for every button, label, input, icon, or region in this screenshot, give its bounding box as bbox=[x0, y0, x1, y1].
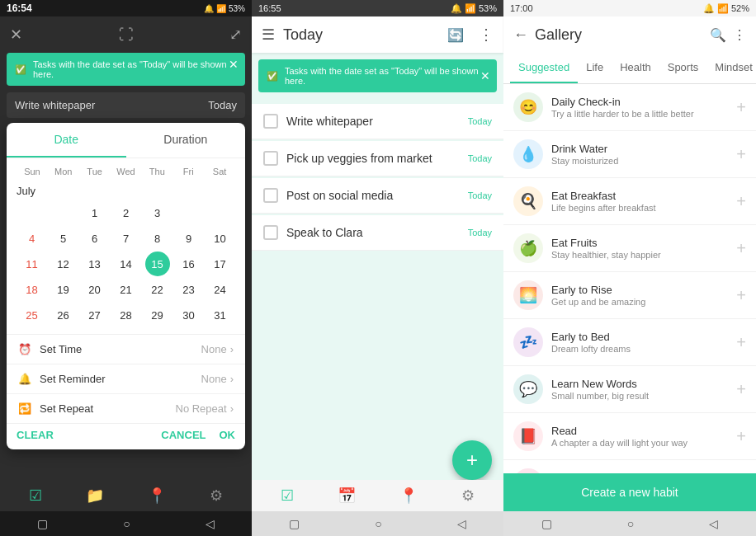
cal-day-empty1 bbox=[20, 200, 45, 225]
cat-tab-suggested[interactable]: Suggested bbox=[510, 53, 578, 83]
cal-day-3[interactable]: 3 bbox=[145, 200, 170, 225]
nav-check-icon[interactable]: ☑ bbox=[29, 487, 42, 505]
fab-add-button[interactable]: + bbox=[452, 440, 492, 480]
cal-day-4[interactable]: 4 bbox=[20, 226, 45, 251]
cal-day-14[interactable]: 14 bbox=[114, 252, 139, 276]
set-time-row[interactable]: ⏰ Set Time None › bbox=[7, 334, 245, 364]
task-checkbox-0[interactable] bbox=[263, 114, 278, 129]
cal-day-13[interactable]: 13 bbox=[83, 252, 107, 276]
habit-add-btn-5[interactable]: + bbox=[736, 333, 746, 352]
cal-day-9[interactable]: 9 bbox=[177, 226, 201, 251]
nav-archive-icon[interactable]: 📁 bbox=[86, 487, 104, 505]
task-name-1: Pick up veggies from market bbox=[286, 152, 460, 165]
habit-add-btn-6[interactable]: + bbox=[736, 380, 746, 399]
tab-duration[interactable]: Duration bbox=[126, 123, 246, 158]
panel3-android-square-icon[interactable]: ▢ bbox=[541, 517, 552, 530]
cal-day-27[interactable]: 27 bbox=[83, 303, 107, 327]
panel3-android-back-icon[interactable]: ◁ bbox=[709, 517, 718, 530]
cal-day-8[interactable]: 8 bbox=[145, 226, 170, 251]
cal-day-29[interactable]: 29 bbox=[145, 303, 170, 327]
cal-day-24[interactable]: 24 bbox=[208, 277, 233, 302]
habit-add-btn-3[interactable]: + bbox=[736, 239, 746, 258]
task-row-0[interactable]: Write whitepaper Today bbox=[252, 104, 503, 139]
habit-add-btn-7[interactable]: + bbox=[736, 427, 746, 446]
cal-day-2[interactable]: 2 bbox=[114, 200, 139, 225]
set-reminder-row[interactable]: 🔔 Set Reminder None › bbox=[7, 364, 245, 393]
more-icon[interactable]: ⋮ bbox=[479, 26, 494, 44]
panel2-nav-calendar-icon[interactable]: 📅 bbox=[338, 487, 356, 505]
create-habit-button[interactable]: Create a new habit bbox=[503, 473, 756, 511]
notification-close-icon[interactable]: ✕ bbox=[229, 58, 239, 71]
back-arrow-icon[interactable]: ← bbox=[513, 26, 528, 44]
clear-button[interactable]: CLEAR bbox=[17, 429, 54, 441]
habit-add-btn-1[interactable]: + bbox=[736, 145, 746, 164]
cal-day-28[interactable]: 28 bbox=[114, 303, 139, 327]
task-row-3[interactable]: Speak to Clara Today bbox=[252, 215, 503, 251]
cal-day-10[interactable]: 10 bbox=[208, 226, 233, 251]
panel2-notif-close-icon[interactable]: ✕ bbox=[480, 69, 490, 82]
habit-add-btn-2[interactable]: + bbox=[736, 192, 746, 211]
cal-day-30[interactable]: 30 bbox=[177, 303, 201, 327]
panel3-android-circle-icon[interactable]: ○ bbox=[627, 517, 634, 530]
hamburger-icon[interactable]: ☰ bbox=[262, 26, 275, 44]
cal-day-7[interactable]: 7 bbox=[114, 226, 139, 251]
cal-day-21[interactable]: 21 bbox=[114, 277, 139, 302]
task-row-2[interactable]: Post on social media Today bbox=[252, 178, 503, 214]
nav-settings-icon[interactable]: ⚙ bbox=[210, 487, 223, 505]
panel2-android-circle-icon[interactable]: ○ bbox=[375, 517, 381, 530]
cat-tab-sports[interactable]: Sports bbox=[659, 53, 707, 83]
close-icon[interactable]: ✕ bbox=[10, 26, 22, 44]
cal-day-22[interactable]: 22 bbox=[145, 277, 170, 302]
android-circle-icon[interactable]: ○ bbox=[123, 517, 130, 530]
fullscreen-icon[interactable]: ⤢ bbox=[229, 26, 242, 44]
panel2-android-back-icon[interactable]: ◁ bbox=[457, 517, 466, 530]
expand-icon[interactable]: ⛶ bbox=[119, 26, 134, 44]
cancel-button[interactable]: CANCEL bbox=[161, 429, 206, 441]
cal-day-1[interactable]: 1 bbox=[83, 200, 107, 225]
cal-day-20[interactable]: 20 bbox=[83, 277, 107, 302]
android-back-icon[interactable]: ◁ bbox=[206, 517, 215, 530]
more-vert-icon[interactable]: ⋮ bbox=[733, 27, 746, 43]
sync-icon[interactable]: 🔄 bbox=[447, 27, 464, 43]
android-square-icon[interactable]: ▢ bbox=[37, 517, 48, 530]
cal-day-5[interactable]: 5 bbox=[51, 226, 76, 251]
search-icon[interactable]: 🔍 bbox=[710, 27, 726, 43]
cal-day-18[interactable]: 18 bbox=[20, 277, 45, 302]
cal-day-17[interactable]: 17 bbox=[208, 252, 233, 276]
cal-day-6[interactable]: 6 bbox=[83, 226, 107, 251]
ok-button[interactable]: OK bbox=[220, 429, 236, 441]
panel2-nav-check-icon[interactable]: ☑ bbox=[281, 487, 294, 505]
set-repeat-value: No Repeat › bbox=[176, 402, 234, 415]
panel2-android-square-icon[interactable]: ▢ bbox=[289, 517, 300, 530]
habit-add-btn-0[interactable]: + bbox=[736, 98, 746, 117]
nav-map-icon[interactable]: 📍 bbox=[148, 487, 166, 505]
cal-day-23[interactable]: 23 bbox=[177, 277, 201, 302]
habit-desc-7: A chapter a day will light your way bbox=[551, 438, 728, 448]
cal-day-12[interactable]: 12 bbox=[51, 252, 76, 276]
task-checkbox-3[interactable] bbox=[263, 225, 278, 240]
habit-add-btn-4[interactable]: + bbox=[736, 286, 746, 305]
panel3-status-bar: 17:00 🔔 📶 52% bbox=[503, 0, 756, 16]
cal-day-26[interactable]: 26 bbox=[51, 303, 76, 327]
task-checkbox-2[interactable] bbox=[263, 188, 278, 203]
cat-tab-mindset[interactable]: Mindset bbox=[706, 53, 756, 83]
task-checkbox-1[interactable] bbox=[263, 151, 278, 166]
set-time-label: Set Time bbox=[40, 343, 82, 355]
cat-tab-health[interactable]: Health bbox=[612, 53, 659, 83]
task-row-1[interactable]: Pick up veggies from market Today bbox=[252, 141, 503, 176]
panel2-nav-map-icon[interactable]: 📍 bbox=[399, 487, 418, 505]
date-modal: Date Duration Sun Mon Tue Wed Thu Fri Sa… bbox=[7, 123, 245, 449]
cal-day-25[interactable]: 25 bbox=[20, 303, 45, 327]
tab-date[interactable]: Date bbox=[7, 123, 126, 158]
cal-day-31[interactable]: 31 bbox=[208, 303, 233, 327]
habit-item-5: 💤 Early to Bed Dream lofty dreams + bbox=[503, 319, 756, 366]
cal-day-15-today[interactable]: 15 bbox=[145, 252, 170, 276]
cal-day-11[interactable]: 11 bbox=[20, 252, 45, 276]
cal-day-16[interactable]: 16 bbox=[177, 252, 201, 276]
panel2-notification: ✅ Tasks with the date set as "Today" wil… bbox=[258, 59, 497, 92]
set-repeat-row[interactable]: 🔁 Set Repeat No Repeat › bbox=[7, 393, 245, 423]
cat-tab-life[interactable]: Life bbox=[578, 53, 612, 83]
cal-day-19[interactable]: 19 bbox=[51, 277, 76, 302]
panel2-nav-settings-icon[interactable]: ⚙ bbox=[461, 487, 475, 505]
habit-name-0: Daily Check-in bbox=[551, 96, 728, 108]
